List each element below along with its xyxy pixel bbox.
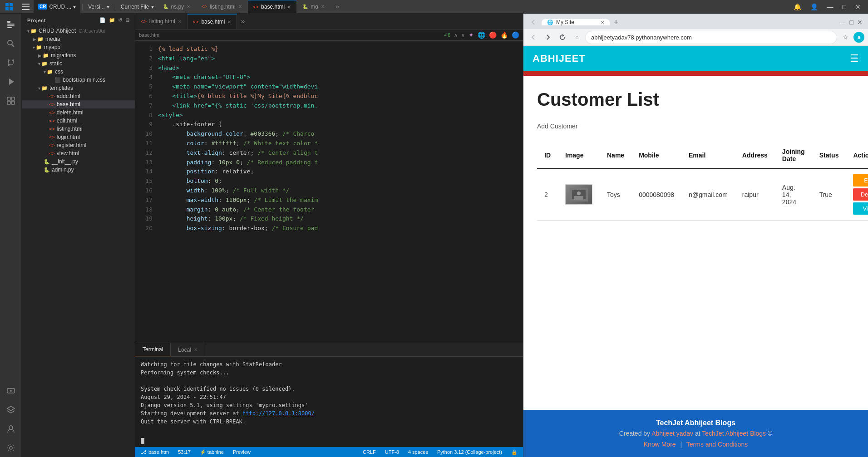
new-file-icon[interactable]: 📄	[99, 17, 106, 23]
nav-down-icon[interactable]: ∨	[461, 32, 465, 38]
file-login-html[interactable]: <> login.html	[22, 133, 135, 141]
settings-icon-btn[interactable]	[2, 439, 20, 457]
new-tab-button[interactable]: +	[610, 16, 622, 29]
close-icon2[interactable]: ✕	[227, 20, 231, 25]
sb-preview[interactable]: Preview	[231, 449, 252, 455]
browser-back-btn[interactable]	[527, 16, 540, 29]
tab-close-icon3[interactable]: ✕	[321, 4, 325, 9]
version-selector[interactable]: Versi... ▾	[84, 4, 113, 10]
editor-tab-label: listing.html	[149, 18, 175, 25]
view-button[interactable]: View	[853, 202, 868, 215]
code-text[interactable]: {% load static %} <html lang="en"> <head…	[154, 41, 519, 343]
sb-lock[interactable]: 🔒	[509, 449, 519, 455]
tab-more[interactable]: »	[330, 0, 345, 13]
address-bar-input[interactable]	[585, 31, 837, 44]
search-icon-btn[interactable]	[2, 34, 20, 53]
terms-link[interactable]: Terms and Conditions	[686, 441, 748, 448]
new-folder-icon[interactable]: 📁	[109, 17, 116, 23]
company-link[interactable]: TechJet Abhijeet Blogs	[702, 430, 766, 437]
tab-more-button[interactable]: »	[237, 14, 248, 29]
extensions-icon-btn[interactable]	[2, 92, 20, 110]
version-label: Versi...	[88, 4, 105, 10]
terminal-input-area[interactable]	[135, 437, 523, 447]
file-view-html[interactable]: <> view.html	[22, 149, 135, 157]
site-favicon: 🌐	[547, 20, 553, 25]
tab-ns-py[interactable]: 🐍 ns.py ✕	[158, 0, 197, 13]
git-icon-btn[interactable]	[2, 54, 20, 72]
close-button[interactable]: ✕	[852, 3, 864, 10]
add-customer-button[interactable]: Add Customer	[537, 119, 577, 133]
refresh-icon[interactable]: ↺	[118, 17, 123, 23]
dev-server-link[interactable]: http://127.0.0.1:8000/	[242, 410, 315, 417]
home-button[interactable]: ⌂	[571, 31, 583, 44]
site-menu-toggle[interactable]: ☰	[850, 53, 859, 64]
tab-listing-html[interactable]: <> listing.html ✕	[196, 0, 247, 13]
layers-icon-btn[interactable]	[2, 401, 20, 419]
code-editor[interactable]: 12345 678910 1112131415 1617181920 {% lo…	[135, 41, 523, 343]
sb-branch[interactable]: ⎇ base.htm	[139, 449, 171, 455]
file-admin-py[interactable]: 🐍 admin.py	[22, 166, 135, 174]
folder-migrations[interactable]: ▶ 📁 migrations	[22, 51, 135, 59]
file-base-html[interactable]: <> base.html	[22, 100, 135, 108]
tab-local[interactable]: Local ✕	[171, 343, 205, 356]
account-button[interactable]: 👤	[807, 3, 822, 10]
account-icon-btn[interactable]	[2, 420, 20, 438]
author-link[interactable]: Abhijeet yadav	[651, 430, 693, 437]
win-maximize-icon[interactable]: □	[850, 19, 853, 26]
tab-close-icon[interactable]: ✕	[187, 4, 190, 9]
sb-language[interactable]: Python 3.12 (Collage-project)	[435, 449, 504, 455]
root-folder[interactable]: ▾ 📁 CRUD-Abhijeet C:\Users\Ad	[22, 27, 135, 35]
profile-button[interactable]: a	[853, 32, 864, 43]
brand-label[interactable]: CR CRUD-... ▾	[34, 0, 80, 13]
editor-tab-listing[interactable]: <> listing.html ✕	[135, 14, 187, 29]
ai-assist-icon[interactable]: ✦	[469, 31, 474, 39]
file-delete-html[interactable]: <> delete.html	[22, 108, 135, 117]
file-init-py[interactable]: 🐍 __init__.py	[22, 157, 135, 166]
browser-tab-mysite[interactable]: 🌐 My Site ✕	[542, 19, 610, 25]
file-listing-html[interactable]: <> listing.html	[22, 125, 135, 133]
file-addc-html[interactable]: <> addc.html	[22, 92, 135, 100]
back-button[interactable]	[527, 31, 540, 44]
close-icon[interactable]: ✕	[178, 19, 182, 24]
remote-icon-btn[interactable]	[2, 382, 20, 400]
tab-close-icon[interactable]: ✕	[601, 20, 604, 25]
tab-close-icon[interactable]: ✕	[238, 4, 242, 9]
sb-eol[interactable]: CRLF	[361, 449, 378, 455]
menu-button[interactable]	[18, 4, 34, 10]
nav-up-icon[interactable]: ∧	[454, 32, 458, 38]
debug-icon-btn[interactable]	[2, 73, 20, 91]
file-bootstrap-min-css[interactable]: ⬛ bootstrap.min.css	[22, 76, 135, 84]
notification-button[interactable]: 🔔	[790, 3, 805, 10]
edit-button[interactable]: Edit	[853, 174, 868, 187]
file-edit-html[interactable]: <> edit.html	[22, 117, 135, 125]
know-more-link[interactable]: Know More	[644, 441, 676, 448]
editor-tab-base[interactable]: <> base.html ✕	[187, 14, 237, 29]
win-close-icon[interactable]: ✕	[857, 19, 863, 26]
tab-terminal[interactable]: Terminal	[135, 343, 171, 356]
folder-myapp[interactable]: ▾ 📁 myapp	[22, 43, 135, 51]
forward-button[interactable]	[542, 31, 554, 44]
collapse-icon[interactable]: ⊟	[125, 17, 130, 23]
sb-line-col[interactable]: 53:17	[176, 449, 192, 455]
folder-static[interactable]: ▾ 📁 static	[22, 59, 135, 68]
sb-spaces[interactable]: 4 spaces	[406, 449, 430, 455]
tab-mo[interactable]: 🐍 mo ✕	[297, 0, 330, 13]
maximize-button[interactable]: □	[839, 3, 850, 10]
close-icon[interactable]: ✕	[194, 347, 197, 352]
win-minimize-icon[interactable]: —	[840, 19, 846, 26]
editor-scrollbar[interactable]	[519, 41, 523, 343]
current-file-selector[interactable]: Current File ▾	[117, 4, 158, 10]
bookmark-button[interactable]: ☆	[839, 31, 852, 44]
folder-media[interactable]: ▶ 📁 media	[22, 35, 135, 43]
explorer-icon-btn[interactable]	[2, 15, 20, 34]
delete-button[interactable]: Delete	[853, 188, 868, 201]
tab-close-icon2[interactable]: ✕	[287, 5, 291, 10]
tab-base-html[interactable]: <> base.html ✕	[248, 0, 297, 13]
sb-encoding[interactable]: UTF-8	[383, 449, 401, 455]
folder-css[interactable]: ▾ 📁 css	[22, 68, 135, 76]
file-register-html[interactable]: <> register.html	[22, 141, 135, 149]
folder-templates[interactable]: ▾ 📁 templates	[22, 84, 135, 92]
sb-tabnine[interactable]: ⚡ tabnine	[198, 449, 226, 455]
refresh-button[interactable]	[556, 31, 569, 44]
minimize-button[interactable]: —	[824, 3, 837, 10]
